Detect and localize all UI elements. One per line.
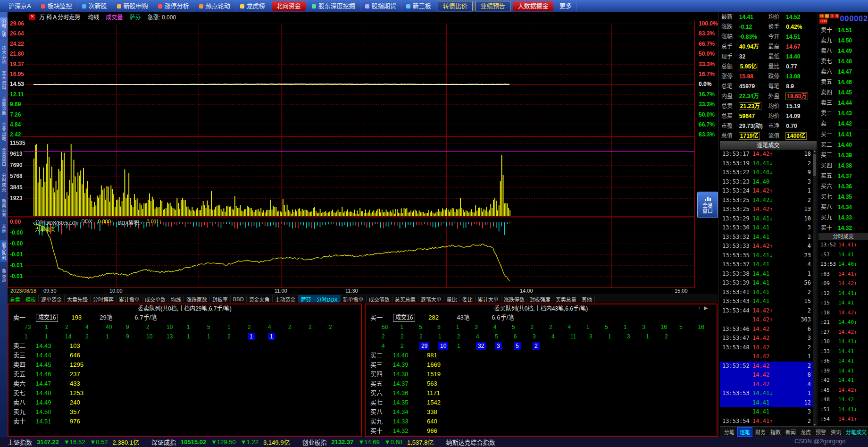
menu-item-北向资金[interactable]: 北向资金 bbox=[272, 1, 306, 11]
menu-item-转债比价[interactable]: 转债比价 bbox=[438, 1, 473, 11]
queue-level-row[interactable]: 买六14.361171 bbox=[366, 388, 717, 398]
time-sales-row[interactable]: :3314.41 bbox=[818, 347, 868, 357]
tick-row[interactable]: 13:53:4614.426 bbox=[720, 325, 813, 334]
menu-item-板块监控[interactable]: 板块监控 bbox=[36, 1, 77, 11]
footer-tab-新闻[interactable]: 新闻 bbox=[784, 428, 798, 436]
bid-row[interactable]: 买五14.37 bbox=[818, 171, 868, 181]
tick-row[interactable]: 13:53:5414.41↑2 bbox=[720, 417, 813, 426]
tick-row[interactable]: 13:53:2314.403 bbox=[720, 177, 813, 187]
ask-row[interactable]: 卖一14.42 bbox=[818, 118, 868, 129]
sidebar-item-全景盘口[interactable]: 全景盘口 bbox=[0, 148, 7, 167]
sidebar-item-备忘录[interactable]: 备忘录 bbox=[0, 269, 7, 283]
queue-level-row[interactable]: 买三14.391669 bbox=[366, 360, 717, 370]
menu-item-更多[interactable]: 更多 bbox=[555, 1, 577, 11]
time-sales-row[interactable]: :4214.41 bbox=[818, 376, 868, 386]
tick-row[interactable]: 13:53:2214.40↓9 bbox=[720, 168, 813, 177]
footer-tab-逐笔[interactable]: 逐笔 bbox=[737, 427, 752, 437]
queue-level-row[interactable]: 卖三14.44646 bbox=[8, 351, 361, 360]
tab-累计大单[interactable]: 累计大单 bbox=[476, 295, 501, 304]
tab-封板强度[interactable]: 封板强度 bbox=[527, 295, 553, 304]
queue-panel-controls[interactable]: +▶− bbox=[698, 305, 714, 311]
queue-level-row[interactable]: 买十14.32966 bbox=[366, 426, 717, 436]
menu-item-新三板[interactable]: 新三板 bbox=[401, 1, 436, 11]
tick-row[interactable]: 13:53:2514.42↑13 bbox=[720, 205, 813, 214]
tick-row[interactable]: 13:53:3314.42↑4 bbox=[720, 242, 813, 251]
tick-row[interactable]: 13:53:5314.41↓1 bbox=[720, 389, 813, 398]
tick-row[interactable]: 13:53:3714.414 bbox=[720, 260, 813, 270]
tick-row[interactable]: 14.413 bbox=[720, 407, 813, 417]
sidebar-item-新闻公告[interactable]: 新闻公告 bbox=[0, 199, 7, 218]
close-icon[interactable]: ✕ bbox=[29, 14, 35, 20]
queue-level-row[interactable]: 买九14.33640 bbox=[366, 417, 717, 426]
index-quote-上证指数[interactable]: 上证指数3147.22▼16.52▼0.522,380.1亿 bbox=[8, 438, 139, 447]
footer-tab-分笔成交[interactable]: 分笔成交 bbox=[844, 428, 868, 436]
bid-row[interactable]: 买七14.35 bbox=[818, 192, 868, 202]
tab-分时DDX[interactable]: 分时DDX bbox=[314, 295, 341, 304]
sidebar-item-委买队列[interactable]: 委买队列 bbox=[0, 240, 8, 262]
ask-row[interactable]: 卖七14.48 bbox=[818, 56, 868, 67]
queue-control-button[interactable]: ▶ bbox=[704, 305, 708, 311]
tab-萨芬[interactable]: 萨芬 bbox=[299, 295, 314, 304]
footer-tab-分笔[interactable]: 分笔 bbox=[722, 428, 736, 436]
tick-scrollbar[interactable]: ▲ ▼ bbox=[813, 150, 817, 426]
tab-其他[interactable]: 其他 bbox=[579, 295, 595, 304]
tab-分时博弈[interactable]: 分时博弈 bbox=[91, 295, 117, 304]
time-sales-row[interactable]: :5414.41↑ bbox=[818, 414, 868, 424]
time-sales-row[interactable]: :3914.41 bbox=[818, 366, 868, 376]
sidebar-item-基本资料[interactable]: 基本资料 bbox=[0, 71, 7, 90]
ask-row[interactable]: 卖三14.44 bbox=[818, 98, 868, 108]
time-sales-row[interactable]: :1514.41 bbox=[818, 298, 868, 308]
sidebar-item-企业战略[interactable]: 企业战略 bbox=[0, 122, 7, 141]
menu-item-沪深京A[interactable]: 沪深京A bbox=[4, 1, 36, 11]
time-sales-row[interactable]: :0914.42↑ bbox=[818, 279, 868, 289]
sidebar-item-分时成交[interactable]: 分时成交 bbox=[0, 173, 7, 192]
menu-item-次新股[interactable]: 次新股 bbox=[77, 1, 112, 11]
tick-row[interactable]: 13:53:3214.412 bbox=[720, 233, 813, 242]
queue-level-row[interactable]: 卖六14.47433 bbox=[8, 379, 361, 388]
tab-封板率[interactable]: 封板率 bbox=[210, 295, 231, 304]
intraday-chart-canvas[interactable] bbox=[8, 21, 695, 288]
sidebar-item-主题诊断[interactable]: 主题诊断 bbox=[0, 97, 7, 116]
tick-row[interactable]: 14.42↑303 bbox=[720, 315, 813, 325]
holo-quote-button[interactable]: 全息盘口 bbox=[697, 192, 718, 218]
sidebar-item-分时走势[interactable]: 分时走势 bbox=[0, 17, 8, 39]
queue-level-row[interactable]: 卖四14.451295 bbox=[8, 360, 361, 370]
tick-row[interactable]: 13:53:1914.41↓2 bbox=[720, 159, 813, 169]
tab-新单撤单[interactable]: 新单撤单 bbox=[341, 295, 367, 304]
tab-逐笔大单[interactable]: 逐笔大单 bbox=[418, 295, 444, 304]
time-sales-row[interactable]: :1214.41↓ bbox=[818, 289, 868, 299]
time-sales-row[interactable]: :3614.41 bbox=[818, 356, 868, 366]
queue-level-row[interactable]: 买七14.351542 bbox=[366, 398, 717, 407]
menu-item-股东深度挖掘[interactable]: 股东深度挖掘 bbox=[307, 1, 360, 11]
tick-row[interactable]: 13:53:3914.4156 bbox=[720, 278, 813, 288]
menu-item-股指期货[interactable]: 股指期货 bbox=[360, 1, 401, 11]
queue-level-row[interactable]: 卖八14.49240 bbox=[8, 398, 361, 407]
menu-item-龙虎榜[interactable]: 龙虎榜 bbox=[235, 1, 270, 11]
ask-row[interactable]: 卖六14.47 bbox=[818, 67, 868, 77]
menu-item-新股申购[interactable]: 新股申购 bbox=[112, 1, 153, 11]
tick-row[interactable]: 13:53:2914.41↓10 bbox=[720, 214, 813, 224]
scrollbar-thumb[interactable] bbox=[813, 154, 816, 176]
bid-row[interactable]: 买八14.34 bbox=[818, 202, 868, 212]
time-sales-row[interactable]: :0314.41↑ bbox=[818, 270, 868, 279]
bid-row[interactable]: 买六14.36 bbox=[818, 181, 868, 192]
tick-row[interactable]: 13:53:1714.42↑18 bbox=[720, 150, 813, 159]
ask-row[interactable]: 卖二14.43 bbox=[818, 108, 868, 118]
tab-涨跌家数[interactable]: 涨跌家数 bbox=[184, 295, 210, 304]
ask-row[interactable]: 卖五14.46 bbox=[818, 77, 868, 87]
tab-主动资金[interactable]: 主动资金 bbox=[273, 295, 299, 304]
tick-row[interactable]: 13:53:3814.411 bbox=[720, 270, 813, 279]
sidebar-item-其他[interactable]: 其他 bbox=[0, 224, 7, 234]
queue-control-button[interactable]: − bbox=[711, 305, 714, 311]
tick-row[interactable]: 13:53:4714.423 bbox=[720, 334, 813, 343]
time-sales-row[interactable]: :2114.40↓ bbox=[818, 318, 868, 328]
queue-level-row[interactable]: 买四14.381519 bbox=[366, 370, 717, 379]
menu-item-大数据掘金[interactable]: 大数据掘金 bbox=[513, 1, 553, 11]
bid-row[interactable]: 买一14.41 bbox=[818, 129, 868, 140]
tab-买卖总量[interactable]: 买卖总量 bbox=[553, 295, 579, 304]
tick-row[interactable]: 13:53:4814.422 bbox=[720, 343, 813, 353]
ask-row[interactable]: 卖九14.50 bbox=[818, 35, 868, 46]
queue-level-row[interactable]: 买五14.37563 bbox=[366, 379, 717, 388]
queue-level1-row[interactable]: 买一成交1628243笔6.6手/笔 bbox=[366, 313, 717, 322]
time-sales-row[interactable]: :3014.41↓ bbox=[818, 337, 868, 347]
